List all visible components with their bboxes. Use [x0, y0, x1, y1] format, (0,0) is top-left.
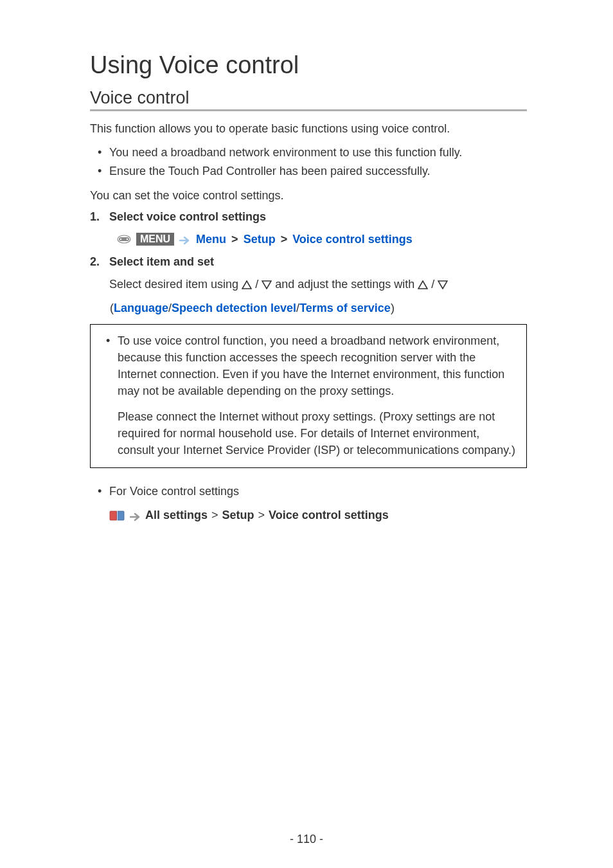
- option-speech-detection[interactable]: Speech detection level: [172, 302, 296, 314]
- triangle-down-icon: [438, 279, 448, 293]
- note-paragraph: Please connect the Internet without prox…: [100, 408, 517, 458]
- option-terms[interactable]: Terms of service: [299, 302, 391, 314]
- paren-close: ): [391, 302, 395, 314]
- path-setup[interactable]: Setup: [244, 233, 276, 246]
- option-language[interactable]: Language: [114, 302, 168, 314]
- ref-voice-control-settings[interactable]: Voice control settings: [269, 509, 389, 522]
- path-voice-control-settings[interactable]: Voice control settings: [292, 233, 413, 246]
- svg-point-3: [127, 239, 128, 240]
- step-title: Select item and set: [109, 255, 527, 269]
- triangle-up-icon: [242, 279, 252, 293]
- note-box: To use voice control function, you need …: [90, 324, 527, 469]
- book-icon: [109, 510, 126, 521]
- svg-point-2: [120, 239, 121, 240]
- ref-all-settings[interactable]: All settings: [145, 509, 208, 522]
- intro-text-2: You can set the voice control settings.: [90, 187, 527, 204]
- intro-text: This function allows you to operate basi…: [90, 120, 527, 137]
- page-title: Using Voice control: [90, 51, 527, 79]
- list-item: Ensure the Touch Pad Controller has been…: [98, 162, 527, 181]
- page-number: - 110 -: [0, 833, 613, 846]
- svg-rect-4: [110, 511, 117, 520]
- text: and adjust the settings with: [275, 278, 418, 291]
- ref-sep: >: [258, 509, 265, 522]
- slash: /: [431, 278, 438, 291]
- triangle-up-icon: [418, 279, 428, 293]
- section-heading: Voice control: [90, 88, 527, 111]
- step-title: Select voice control settings: [109, 210, 527, 224]
- slash: /: [255, 278, 262, 291]
- menu-path: MENU Menu > Setup > Voice control settin…: [109, 233, 527, 246]
- ref-sep: >: [211, 509, 218, 522]
- path-separator: >: [281, 233, 288, 246]
- list-item: For Voice control settings: [98, 482, 527, 501]
- path-menu[interactable]: Menu: [196, 233, 226, 246]
- text: Select desired item using: [109, 278, 242, 291]
- step-1: Select voice control settings MENU Menu …: [90, 210, 527, 246]
- footer-bullets: For Voice control settings: [90, 482, 527, 501]
- intro-bullets: You need a broadband network environment…: [90, 143, 527, 181]
- step-2: Select item and set Select desired item …: [90, 255, 527, 315]
- list-item: You need a broadband network environment…: [98, 143, 527, 162]
- svg-rect-5: [117, 511, 124, 520]
- remote-icon: [117, 234, 131, 244]
- steps-list: Select voice control settings MENU Menu …: [90, 210, 527, 315]
- path-separator: >: [231, 233, 238, 246]
- arrow-right-icon: [130, 511, 141, 520]
- triangle-down-icon: [262, 279, 272, 293]
- menu-badge: MENU: [136, 233, 174, 246]
- options-line: (Language/Speech detection level/Terms o…: [109, 302, 527, 315]
- step-body: Select desired item using / and adjust t…: [109, 278, 527, 293]
- reference-path: All settings > Setup > Voice control set…: [90, 509, 527, 522]
- note-bullet: To use voice control function, you need …: [100, 332, 517, 399]
- arrow-right-icon: [179, 235, 191, 244]
- ref-setup[interactable]: Setup: [222, 509, 254, 522]
